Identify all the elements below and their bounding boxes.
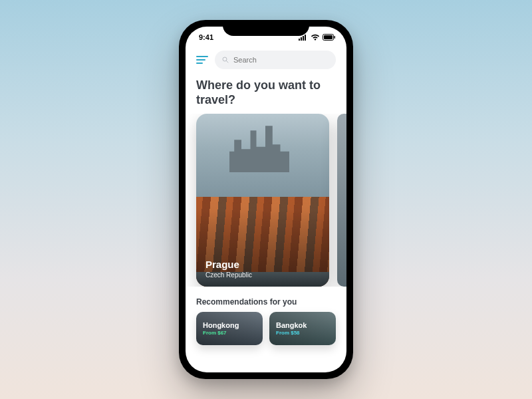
svg-rect-5 — [324, 35, 332, 39]
svg-line-8 — [227, 61, 229, 63]
menu-icon[interactable] — [196, 56, 208, 64]
page-heading: Where do you want to travel? — [186, 74, 346, 114]
featured-city: Prague — [205, 259, 252, 270]
svg-rect-0 — [299, 39, 300, 41]
signal-icon — [299, 35, 308, 41]
status-icons — [299, 34, 336, 41]
svg-rect-2 — [303, 36, 304, 41]
phone-frame: 9:41 Where do you want — [179, 20, 353, 379]
reco-card-bangkok[interactable]: Bangkok From $58 — [269, 312, 336, 345]
destination-photo — [337, 114, 346, 287]
battery-icon — [323, 34, 336, 41]
search-field[interactable] — [215, 51, 336, 69]
reco-price: From $58 — [276, 330, 307, 336]
svg-rect-6 — [334, 36, 336, 39]
svg-rect-3 — [305, 35, 306, 41]
featured-scroller[interactable]: Prague Czech Republic — [186, 114, 346, 287]
wifi-icon — [311, 34, 320, 41]
featured-card-prague[interactable]: Prague Czech Republic — [196, 114, 329, 287]
search-icon — [221, 56, 229, 64]
recommendations-row[interactable]: Hongkong From $67 Bangkok From $58 — [186, 312, 346, 345]
reco-card-hongkong[interactable]: Hongkong From $67 — [196, 312, 263, 345]
recommendations-title: Recommendations for you — [186, 287, 346, 312]
search-input[interactable] — [233, 56, 329, 64]
nav-row — [186, 48, 346, 74]
featured-country: Czech Republic — [205, 271, 252, 279]
reco-price: From $67 — [203, 330, 239, 336]
screen: 9:41 Where do you want — [186, 27, 346, 372]
reco-city: Hongkong — [203, 321, 239, 329]
featured-card-peek[interactable] — [337, 114, 346, 287]
svg-point-7 — [223, 57, 227, 61]
svg-rect-1 — [301, 37, 302, 41]
status-bar: 9:41 — [186, 27, 346, 48]
reco-city: Bangkok — [276, 321, 307, 329]
status-time: 9:41 — [199, 33, 213, 41]
